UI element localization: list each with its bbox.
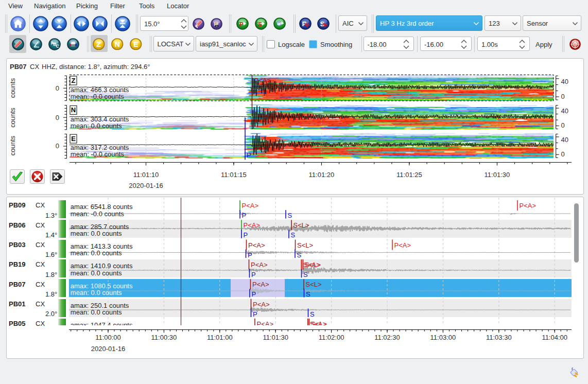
- svg-text:PB05: PB05: [9, 320, 26, 327]
- svg-text:S: S: [310, 310, 315, 318]
- svg-text:0: 0: [56, 84, 59, 92]
- svg-text:S: S: [258, 21, 262, 27]
- svg-text:2.0°: 2.0°: [45, 310, 57, 318]
- svg-text:1.8°: 1.8°: [45, 290, 57, 298]
- svg-text:mean: 0.0 counts: mean: 0.0 counts: [71, 308, 122, 316]
- svg-text:CX: CX: [36, 320, 45, 327]
- svg-text:S<L>: S<L>: [293, 221, 309, 229]
- svg-text:11:03:30: 11:03:30: [486, 334, 512, 341]
- svg-text:N: N: [71, 106, 76, 114]
- svg-text:mean: -0.0 counts: mean: -0.0 counts: [71, 210, 125, 218]
- svg-text:0: 0: [561, 93, 565, 100]
- svg-text:CX: CX: [30, 63, 39, 71]
- svg-text:P<A>: P<A>: [248, 241, 265, 249]
- svg-text:1.3°: 1.3°: [45, 212, 57, 219]
- svg-text:40: 40: [561, 78, 568, 85]
- svg-text:CX: CX: [36, 300, 45, 308]
- svg-text:CX: CX: [36, 241, 45, 249]
- svg-text:11:02:30: 11:02:30: [374, 334, 400, 341]
- svg-text:S: S: [297, 251, 302, 259]
- svg-text:P<A>: P<A>: [520, 202, 537, 210]
- svg-text:mean: 0.0 counts: mean: 0.0 counts: [71, 122, 122, 130]
- svg-text:PB07: PB07: [10, 63, 27, 71]
- svg-text:CX: CX: [36, 201, 45, 209]
- svg-text:S<L>: S<L>: [306, 281, 322, 288]
- svg-text:mean: -0.0 counts: mean: -0.0 counts: [71, 93, 125, 100]
- svg-text:11:03:00: 11:03:00: [430, 334, 456, 341]
- svg-text:CX: CX: [36, 281, 45, 288]
- svg-text:2020-01-16: 2020-01-16: [91, 345, 126, 353]
- svg-text:mean: 0.0 counts: mean: 0.0 counts: [71, 249, 122, 257]
- svg-text:P: P: [247, 151, 251, 159]
- svg-text:CX: CX: [36, 260, 45, 268]
- svg-text:S<A>: S<A>: [303, 261, 320, 269]
- svg-text:N: N: [115, 40, 120, 48]
- svg-text:11:00:30: 11:00:30: [151, 334, 177, 341]
- svg-text:1.4°: 1.4°: [45, 231, 57, 239]
- svg-text:P<A>: P<A>: [394, 241, 411, 249]
- svg-text:S: S: [291, 231, 296, 239]
- svg-text:P<A>: P<A>: [244, 221, 261, 229]
- svg-text:1.8°: 1.8°: [45, 271, 57, 278]
- svg-text:11:01:25: 11:01:25: [396, 171, 422, 179]
- svg-text:mean: -0.0 counts: mean: -0.0 counts: [71, 150, 125, 158]
- svg-text:counts: counts: [9, 135, 16, 155]
- svg-text:2020-01-16: 2020-01-16: [129, 182, 163, 189]
- svg-text:P: P: [244, 231, 248, 239]
- svg-text:P: P: [248, 251, 252, 259]
- svg-text:S: S: [288, 212, 292, 219]
- svg-text:mean: 0.0 counts: mean: 0.0 counts: [71, 289, 122, 296]
- svg-text:40: 40: [561, 107, 568, 115]
- svg-text:P<A>: P<A>: [254, 77, 271, 84]
- svg-text:PB06: PB06: [9, 221, 26, 229]
- svg-text:S<L>: S<L>: [297, 241, 313, 249]
- svg-text:Z: Z: [72, 77, 76, 84]
- svg-text:amax: 1047.4 counts: amax: 1047.4 counts: [71, 321, 133, 329]
- svg-text:HHZ, distance: 1.8°, azimuth:: HHZ, distance: 1.8°, azimuth: 294.6°: [42, 63, 150, 71]
- svg-text:P: P: [252, 290, 256, 298]
- svg-text:P<A>: P<A>: [242, 202, 259, 210]
- svg-text:PB01: PB01: [9, 300, 26, 308]
- svg-text:mean: 0.0 counts: mean: 0.0 counts: [71, 230, 122, 237]
- svg-text:0: 0: [56, 114, 59, 121]
- svg-text:S: S: [303, 271, 308, 278]
- svg-text:11:00:00: 11:00:00: [95, 334, 121, 341]
- svg-text:11:01:10: 11:01:10: [133, 171, 159, 179]
- svg-text:11:01:00: 11:01:00: [207, 334, 233, 341]
- svg-text:11:01:20: 11:01:20: [309, 171, 335, 179]
- svg-text:E: E: [133, 40, 139, 48]
- svg-text:0: 0: [561, 150, 565, 158]
- svg-text:PB03: PB03: [9, 241, 26, 249]
- svg-text:E: E: [71, 135, 76, 143]
- svg-text:P<A>: P<A>: [252, 281, 269, 288]
- svg-text:S<A>: S<A>: [310, 320, 327, 328]
- svg-text:PB09: PB09: [9, 201, 26, 209]
- svg-text:0: 0: [561, 121, 565, 129]
- svg-text:11:01:30: 11:01:30: [485, 171, 510, 179]
- svg-text:CX: CX: [36, 221, 45, 229]
- svg-text:P: P: [239, 21, 243, 27]
- svg-text:P: P: [253, 310, 257, 318]
- svg-text:P<A>: P<A>: [251, 261, 268, 269]
- svg-text:S: S: [306, 290, 310, 298]
- svg-text:11:01:15: 11:01:15: [221, 171, 247, 179]
- svg-text:counts: counts: [9, 108, 16, 128]
- svg-text:PB19: PB19: [9, 260, 26, 268]
- svg-text:P: P: [242, 212, 247, 219]
- svg-text:0: 0: [56, 142, 59, 150]
- svg-text:P<A>: P<A>: [257, 320, 274, 328]
- svg-text:11:01:30: 11:01:30: [263, 334, 288, 341]
- svg-text:1.6°: 1.6°: [45, 251, 57, 258]
- svg-text:11:04:00: 11:04:00: [542, 334, 567, 341]
- svg-text:Z: Z: [97, 40, 101, 48]
- svg-text:P: P: [251, 271, 256, 278]
- svg-text:11:02:00: 11:02:00: [319, 334, 344, 341]
- svg-text:PB07: PB07: [9, 281, 26, 288]
- svg-text:counts: counts: [9, 78, 16, 98]
- svg-text:mean: 0.0 counts: mean: 0.0 counts: [71, 269, 122, 277]
- svg-text:40: 40: [561, 136, 568, 144]
- svg-text:P<A>: P<A>: [253, 301, 270, 308]
